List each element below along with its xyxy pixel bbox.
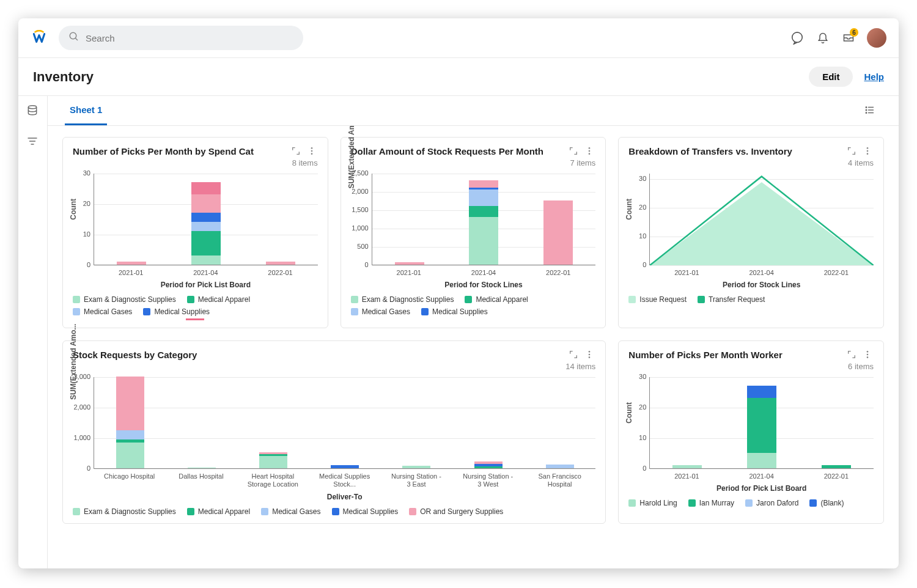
x-tick: Nursing Station - 3 East: [389, 472, 444, 488]
svg-point-14: [311, 150, 312, 152]
svg-point-17: [589, 150, 591, 152]
titlebar: Inventory Edit Help: [18, 58, 899, 96]
expand-icon[interactable]: [569, 146, 580, 157]
x-tick: 2021-04: [178, 269, 233, 277]
tab-sheet1[interactable]: Sheet 1: [65, 96, 107, 125]
legend: Exam & Diagnostic SuppliesMedical Appare…: [351, 295, 596, 316]
item-count: 6 items: [628, 362, 874, 371]
svg-point-22: [589, 351, 591, 353]
legend: Exam & Diagnostic SuppliesMedical Appare…: [73, 507, 595, 516]
x-tick: 2021-04: [734, 269, 789, 277]
svg-point-11: [866, 109, 867, 111]
help-link[interactable]: Help: [864, 72, 884, 82]
edit-button[interactable]: Edit: [809, 67, 853, 87]
svg-point-0: [70, 32, 76, 39]
data-sources-icon[interactable]: [26, 105, 40, 118]
expand-icon[interactable]: [569, 350, 580, 361]
card-title: Stock Requests by Category: [73, 350, 564, 360]
x-axis-label: Period for Pick List Board: [94, 281, 318, 289]
x-tick: 2021-04: [456, 269, 511, 277]
more-icon[interactable]: [863, 350, 874, 361]
x-tick: San Francisco Hospital: [532, 472, 587, 488]
y-axis-label: Count: [69, 199, 78, 220]
svg-point-13: [311, 147, 312, 149]
x-tick: 2022-01: [531, 269, 586, 277]
page-title: Inventory: [33, 69, 809, 85]
svg-point-23: [589, 354, 591, 356]
item-count: 7 items: [351, 158, 596, 167]
svg-point-16: [589, 147, 591, 149]
legend: Issue RequestTransfer Request: [628, 295, 874, 304]
tabs-row: Sheet 1: [48, 96, 899, 126]
svg-point-21: [867, 153, 869, 155]
x-tick: 2021-04: [734, 472, 789, 480]
search-icon: [68, 31, 79, 45]
svg-line-1: [75, 38, 78, 40]
card-title: Dollar Amount of Stock Requests Per Mont…: [351, 146, 564, 156]
x-tick: 2022-01: [809, 269, 864, 277]
card-transfers: Breakdown of Transfers vs. Inventory 4 i…: [618, 137, 884, 328]
card-picks_worker: Number of Picks Per Month Worker 6 items…: [618, 340, 884, 523]
avatar[interactable]: [867, 28, 886, 48]
y-axis-label: Count: [625, 199, 633, 220]
left-sidebar: [18, 96, 48, 568]
svg-point-26: [867, 354, 869, 356]
expand-icon[interactable]: [847, 146, 858, 157]
x-tick: 2021-01: [659, 269, 714, 277]
legend: Harold LingIan MurrayJaron Daford(Blank): [628, 499, 874, 507]
x-tick: 2021-01: [659, 472, 714, 480]
x-tick: Heart Hospital Storage Location: [245, 472, 300, 488]
card-bycat: Stock Requests by Category 14 items SUM(…: [62, 340, 606, 523]
x-tick: Nursing Station - 3 West: [460, 472, 515, 488]
svg-point-20: [867, 150, 869, 152]
item-count: 8 items: [73, 158, 318, 167]
x-tick: 2022-01: [253, 269, 308, 277]
x-tick: 2021-01: [103, 269, 158, 277]
inbox-badge: 6: [850, 28, 858, 37]
card-dollar: Dollar Amount of Stock Requests Per Mont…: [341, 137, 606, 328]
more-icon[interactable]: [863, 146, 874, 157]
svg-point-24: [589, 357, 591, 359]
x-axis-label: Period for Stock Lines: [649, 281, 874, 289]
y-axis-label: SUM(Extended Amo...: [69, 324, 78, 400]
app-logo[interactable]: [31, 29, 48, 46]
more-icon[interactable]: [584, 350, 595, 361]
x-tick: Chicago Hospital: [102, 472, 157, 488]
more-icon[interactable]: [584, 146, 595, 157]
inbox-icon[interactable]: 6: [841, 31, 856, 45]
bell-icon[interactable]: [816, 31, 830, 45]
svg-point-25: [867, 351, 869, 353]
item-count: 14 items: [73, 362, 595, 371]
search-input[interactable]: [86, 33, 293, 43]
filter-icon[interactable]: [26, 135, 40, 149]
search-box[interactable]: [59, 26, 303, 50]
legend-truncated-indicator: [186, 318, 204, 320]
svg-point-2: [792, 32, 803, 43]
svg-point-3: [28, 106, 36, 109]
card-title: Number of Picks Per Month Worker: [628, 350, 842, 360]
svg-point-18: [589, 153, 591, 155]
x-axis-label: Period for Stock Lines: [372, 281, 596, 289]
chat-icon[interactable]: [790, 31, 805, 45]
x-tick: 2021-01: [381, 269, 436, 277]
x-tick: Medical Supplies Stock...: [317, 472, 372, 488]
y-axis-label: SUM(Extended Amount): [347, 126, 356, 188]
svg-point-10: [866, 107, 867, 108]
list-view-icon[interactable]: [864, 105, 877, 117]
svg-point-19: [867, 147, 869, 149]
x-tick: 2022-01: [809, 472, 864, 480]
x-tick: Dallas Hospital: [174, 472, 229, 488]
x-axis-label: Period for Pick List Board: [649, 484, 874, 493]
svg-point-27: [867, 357, 869, 359]
svg-point-12: [866, 112, 867, 114]
expand-icon[interactable]: [291, 146, 302, 157]
svg-point-15: [311, 153, 312, 155]
expand-icon[interactable]: [847, 350, 858, 361]
x-axis-label: Deliver-To: [94, 493, 595, 501]
y-axis-label: Count: [625, 402, 633, 424]
card-title: Breakdown of Transfers vs. Inventory: [628, 146, 842, 156]
item-count: 4 items: [628, 158, 874, 167]
topbar: 6: [18, 18, 899, 58]
more-icon[interactable]: [307, 146, 318, 157]
card-picks_spend: Number of Picks Per Month by Spend Cat 8…: [62, 137, 328, 328]
